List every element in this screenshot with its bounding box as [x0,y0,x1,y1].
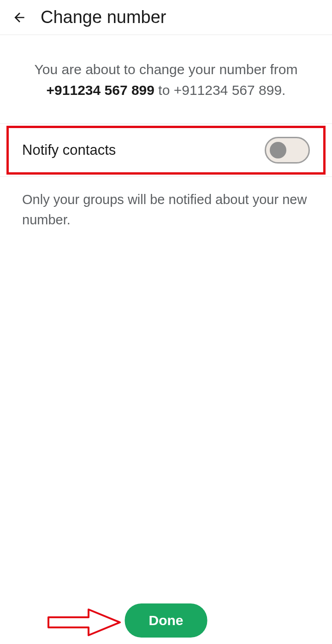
info-section: You are about to change your number from… [0,35,332,123]
back-button[interactable] [11,9,28,26]
arrow-right-icon [46,607,122,638]
notify-subtext: Only your groups will be notified about … [0,177,332,243]
arrow-annotation [46,607,122,639]
page-title: Change number [41,7,166,27]
info-prefix: You are about to change your number from [35,62,298,77]
arrow-left-icon [12,10,27,25]
new-number: +911234 567 899 [174,82,282,98]
notify-contacts-label: Notify contacts [22,142,116,158]
notify-contacts-row[interactable]: Notify contacts [0,123,332,177]
notify-contacts-toggle[interactable] [265,137,310,164]
toggle-knob [270,142,286,158]
header: Change number [0,0,332,35]
info-suffix: . [282,82,285,98]
done-button[interactable]: Done [125,603,208,638]
info-middle: to [154,82,174,98]
info-text: You are about to change your number from… [23,59,309,100]
old-number: +911234 567 899 [47,82,154,98]
